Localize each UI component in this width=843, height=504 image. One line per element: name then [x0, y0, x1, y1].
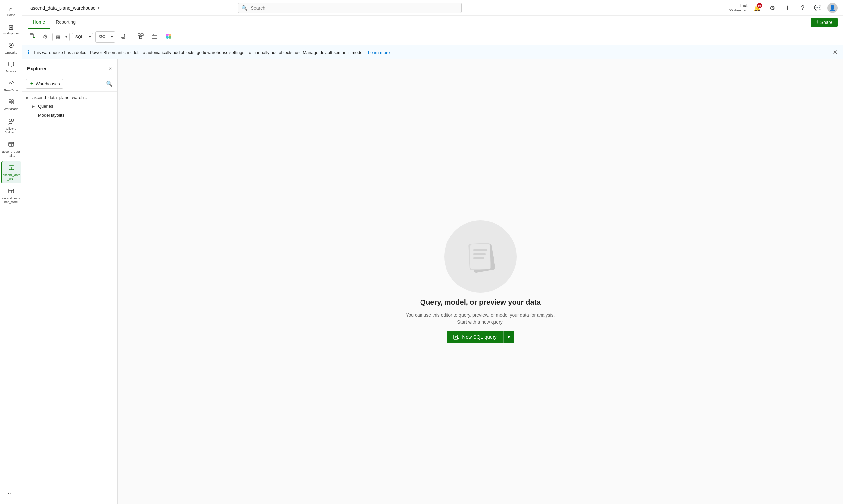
svg-rect-45 [471, 245, 490, 269]
sidebar-label-workloads: Workloads [4, 107, 18, 111]
search-icon: 🔍 [241, 5, 248, 11]
onelake-icon [8, 42, 15, 50]
tab-home[interactable]: Home [28, 16, 50, 29]
toolbar-new-item-button[interactable] [26, 31, 38, 43]
sidebar-item-onelake[interactable]: OneLake [1, 39, 21, 57]
tree-item-queries-label: Queries [38, 104, 53, 109]
search-input[interactable] [238, 3, 462, 13]
notification-count: 59 [757, 3, 762, 8]
more-icon: ··· [7, 489, 15, 497]
info-close-button[interactable]: ✕ [833, 49, 838, 56]
new-sql-label: New SQL query [462, 334, 496, 340]
explorer-header: Explorer « [22, 59, 117, 76]
sidebar-item-realtime[interactable]: Real-Time [1, 77, 21, 95]
settings-button[interactable]: ⚙ [767, 2, 778, 14]
main-empty-state: Query, model, or preview your data You c… [118, 59, 843, 504]
svg-rect-28 [121, 34, 124, 38]
explorer-toolbar: ＋ Warehouses 🔍 [22, 76, 117, 92]
svg-rect-34 [152, 34, 157, 39]
table-icon: ▦ [56, 35, 60, 39]
sidebar-item-olivers-builder[interactable]: Oliver's Builder ... [1, 115, 21, 137]
sidebar-item-workspaces[interactable]: ⊞ Workspaces [1, 21, 21, 38]
sql-query-icon [453, 334, 459, 340]
workspace-selector[interactable]: ascend_data_plane_warehouse ▾ [28, 4, 102, 12]
toolbar-schedule-button[interactable] [148, 31, 160, 43]
workspace-chevron-icon: ▾ [98, 5, 100, 10]
tree-item-model-layouts[interactable]: Model layouts [22, 111, 117, 120]
sidebar-more-button[interactable]: ··· [1, 484, 21, 501]
sidebar-label-workspaces: Workspaces [2, 32, 19, 35]
ascend-warehouse-icon [8, 164, 15, 172]
new-sql-query-button[interactable]: New SQL query [447, 331, 503, 343]
sidebar-item-monitor[interactable]: Monitor [1, 58, 21, 76]
svg-point-40 [166, 36, 169, 39]
explorer-tree: ▶ ascend_data_plane_wareh... ▶ Queries M… [22, 92, 117, 504]
toolbar-copy-button[interactable] [117, 31, 129, 43]
tree-item-warehouse[interactable]: ▶ ascend_data_plane_wareh... [22, 93, 117, 102]
sidebar-label-olivers-builder: Oliver's Builder ... [3, 127, 20, 134]
ascend-lake-icon [7, 141, 15, 149]
toolbar-pipeline-button[interactable] [96, 32, 109, 42]
toolbar-table-button[interactable]: ▦ [53, 33, 63, 41]
svg-rect-8 [12, 102, 14, 104]
workloads-icon [8, 98, 15, 106]
svg-rect-31 [139, 36, 142, 39]
info-icon: ℹ [28, 49, 30, 55]
user-avatar[interactable]: 👤 [827, 3, 838, 13]
sidebar-item-home[interactable]: ⌂ Home [1, 3, 21, 20]
tree-item-warehouse-label: ascend_data_plane_wareh... [32, 95, 87, 100]
explorer-title: Explorer [27, 66, 47, 71]
search-area: 🔍 [238, 3, 462, 13]
sidebar-item-ascend-warehouse[interactable]: ascend_data _wa... [1, 161, 21, 183]
topbar: ascend_data_plane_warehouse ▾ 🔍 Trial: 2… [22, 0, 843, 16]
toolbar-settings-button[interactable]: ⚙ [40, 32, 50, 42]
toolbar-pipeline-chevron[interactable]: ▾ [109, 33, 115, 41]
download-button[interactable]: ⬇ [782, 2, 793, 14]
add-warehouses-button[interactable]: ＋ Warehouses [25, 79, 64, 89]
toolbar-table-chevron[interactable]: ▾ [63, 33, 69, 41]
tree-item-queries[interactable]: ▶ Queries [22, 102, 117, 111]
new-sql-chevron-icon: ▾ [508, 335, 510, 340]
svg-rect-6 [12, 100, 14, 102]
empty-state-actions: New SQL query ▾ [447, 331, 513, 343]
svg-rect-24 [100, 35, 102, 37]
toolbar: ⚙ ▦ ▾ SQL ▾ ▾ [22, 29, 843, 46]
tab-reporting[interactable]: Reporting [50, 16, 81, 29]
workspaces-icon: ⊞ [8, 24, 14, 31]
avatar-icon: 👤 [829, 5, 836, 11]
tabs-bar: Home Reporting ⤴ Share [22, 16, 843, 29]
realtime-icon [8, 80, 15, 87]
toolbar-table-dropdown: ▦ ▾ [52, 33, 70, 41]
trial-badge: Trial: 22 days left [729, 3, 748, 13]
pipeline-icon [99, 33, 106, 41]
toolbar-schema-button[interactable] [135, 31, 147, 43]
tree-queries-chevron-icon: ▶ [32, 104, 36, 109]
new-item-icon [29, 33, 36, 41]
learn-more-link[interactable]: Learn more [368, 50, 390, 55]
toolbar-sql-chevron[interactable]: ▾ [87, 33, 93, 41]
svg-rect-7 [9, 102, 11, 104]
sidebar-label-monitor: Monitor [6, 69, 16, 73]
explorer-collapse-button[interactable]: « [108, 64, 113, 73]
help-button[interactable]: ? [797, 2, 808, 14]
notifications-button[interactable]: 🔔 59 [752, 2, 763, 14]
sidebar-label-onelake: OneLake [5, 51, 17, 54]
toolbar-sql-button[interactable]: SQL [72, 33, 87, 41]
share-button[interactable]: ⤴ Share [811, 18, 838, 27]
sidebar-item-ascend-instance[interactable]: ascend_insta nce_store [1, 185, 21, 206]
download-icon: ⬇ [785, 4, 790, 12]
plus-icon: ＋ [29, 81, 34, 87]
schedule-icon [151, 33, 158, 41]
sidebar-item-ascend-lake[interactable]: ascend_data _lak... [1, 138, 21, 160]
explorer-search-button[interactable]: 🔍 [105, 79, 114, 89]
empty-state-illustration [444, 220, 516, 293]
sidebar-label-realtime: Real-Time [4, 88, 18, 92]
sidebar-item-workloads[interactable]: Workloads [1, 96, 21, 113]
toolbar-colorful-button[interactable] [162, 31, 175, 43]
new-sql-query-chevron[interactable]: ▾ [503, 331, 514, 343]
colorful-icon [165, 33, 172, 41]
community-button[interactable]: 💬 [812, 2, 823, 14]
info-bar: ℹ This warehouse has a default Power BI … [22, 46, 843, 59]
sidebar-label-ascend-instance: ascend_insta nce_store [2, 197, 20, 204]
sidebar-label-ascend-warehouse: ascend_data _wa... [3, 173, 20, 181]
